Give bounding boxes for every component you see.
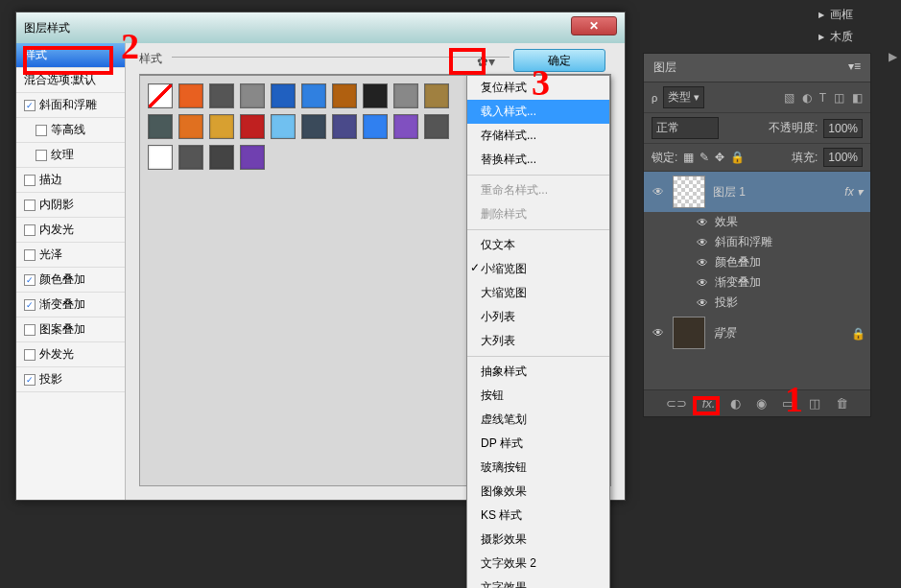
- style-option-0[interactable]: 样式: [16, 43, 125, 68]
- menu-item-10[interactable]: 大缩览图: [467, 281, 609, 305]
- ok-button[interactable]: 确定: [513, 49, 605, 72]
- checkbox[interactable]: [24, 224, 36, 236]
- style-option-9[interactable]: ✓颜色叠加: [16, 268, 125, 293]
- checkbox[interactable]: ✓: [24, 299, 36, 311]
- lock-paint-icon[interactable]: ✎: [699, 151, 709, 164]
- menu-item-18[interactable]: 玻璃按钮: [467, 456, 609, 480]
- filter-shape-icon[interactable]: ◫: [834, 91, 844, 105]
- checkbox[interactable]: ✓: [24, 374, 36, 386]
- fx-shadow[interactable]: 👁投影: [644, 293, 870, 313]
- style-swatch[interactable]: [363, 114, 388, 139]
- style-swatch[interactable]: [271, 83, 296, 108]
- checkbox[interactable]: [24, 175, 36, 186]
- checkbox[interactable]: [36, 150, 47, 161]
- mask-icon[interactable]: ◐: [730, 396, 741, 411]
- lock-position-icon[interactable]: ✥: [715, 151, 724, 164]
- menu-item-21[interactable]: 摄影效果: [467, 528, 609, 552]
- adjust-icon[interactable]: ◉: [756, 396, 767, 411]
- menu-item-0[interactable]: 复位样式: [467, 76, 609, 100]
- style-swatch[interactable]: [301, 114, 326, 139]
- style-swatch[interactable]: [178, 145, 203, 170]
- style-swatch[interactable]: [424, 114, 449, 139]
- checkbox[interactable]: [36, 125, 47, 136]
- lock-transparency-icon[interactable]: ▦: [683, 151, 694, 164]
- filter-adjust-icon[interactable]: ◐: [802, 91, 812, 105]
- menu-item-2[interactable]: 存储样式...: [467, 124, 609, 148]
- style-swatch[interactable]: [301, 83, 326, 108]
- style-option-2[interactable]: ✓斜面和浮雕: [16, 93, 125, 118]
- play-icon[interactable]: ▶: [889, 50, 897, 63]
- style-option-12[interactable]: 外发光: [16, 342, 125, 367]
- style-option-8[interactable]: 光泽: [16, 243, 125, 268]
- filter-text-icon[interactable]: T: [819, 91, 826, 105]
- style-swatch[interactable]: [393, 114, 418, 139]
- style-swatch[interactable]: [332, 114, 357, 139]
- filter-image-icon[interactable]: ▧: [784, 91, 794, 105]
- fx-bevel[interactable]: 👁斜面和浮雕: [644, 232, 870, 252]
- new-layer-icon[interactable]: ◫: [809, 396, 820, 411]
- fill-value[interactable]: 100%: [823, 148, 863, 167]
- menu-item-9[interactable]: 小缩览图: [467, 257, 609, 281]
- menu-item-19[interactable]: 图像效果: [467, 480, 609, 504]
- visibility-icon[interactable]: 👁: [652, 185, 665, 199]
- layer-row-bg[interactable]: 👁 背景 🔒: [644, 313, 870, 353]
- menu-item-11[interactable]: 小列表: [467, 305, 609, 329]
- checkbox[interactable]: [24, 200, 36, 211]
- menu-item-1[interactable]: 载入样式...: [467, 100, 609, 124]
- checkbox[interactable]: [24, 249, 36, 261]
- menu-item-15[interactable]: 按钮: [467, 384, 609, 408]
- frame-item[interactable]: ▶画框: [818, 4, 897, 26]
- style-swatch[interactable]: [148, 114, 173, 139]
- style-swatch[interactable]: [240, 83, 265, 108]
- style-swatch[interactable]: [148, 83, 173, 108]
- checkbox[interactable]: ✓: [24, 100, 36, 111]
- panel-menu-icon[interactable]: ▾≡: [848, 59, 861, 76]
- style-option-10[interactable]: ✓渐变叠加: [16, 293, 125, 318]
- style-swatch[interactable]: [209, 145, 234, 170]
- checkbox[interactable]: ✓: [24, 274, 36, 286]
- menu-item-16[interactable]: 虚线笔划: [467, 408, 609, 432]
- menu-item-3[interactable]: 替换样式...: [467, 148, 609, 172]
- style-option-5[interactable]: 描边: [16, 168, 125, 193]
- style-swatch[interactable]: [240, 114, 265, 139]
- style-swatch[interactable]: [240, 145, 265, 170]
- wood-item[interactable]: ▶木质: [818, 26, 897, 48]
- style-swatch[interactable]: [178, 114, 203, 139]
- menu-item-12[interactable]: 大列表: [467, 329, 609, 353]
- visibility-icon[interactable]: 👁: [652, 326, 665, 340]
- style-swatch[interactable]: [424, 83, 449, 108]
- trash-icon[interactable]: 🗑: [836, 396, 848, 411]
- fx-grad[interactable]: 👁渐变叠加: [644, 272, 870, 293]
- layer-thumbnail[interactable]: [673, 317, 705, 349]
- titlebar[interactable]: 图层样式 ✕: [16, 12, 625, 43]
- fx-color[interactable]: 👁颜色叠加: [644, 252, 870, 272]
- style-option-13[interactable]: ✓投影: [16, 367, 125, 392]
- style-option-6[interactable]: 内阴影: [16, 193, 125, 218]
- style-option-3[interactable]: 等高线: [16, 118, 125, 143]
- layers-tab[interactable]: 图层 ▾≡: [644, 54, 870, 82]
- menu-item-8[interactable]: 仅文本: [467, 233, 609, 257]
- style-swatch[interactable]: [148, 145, 173, 170]
- style-swatch[interactable]: [209, 114, 234, 139]
- close-button[interactable]: ✕: [571, 16, 617, 35]
- menu-item-20[interactable]: KS 样式: [467, 504, 609, 528]
- fx-header[interactable]: 👁效果: [644, 212, 870, 232]
- style-swatch[interactable]: [209, 83, 234, 108]
- layer-thumbnail[interactable]: [673, 176, 705, 208]
- style-swatch[interactable]: [393, 83, 418, 108]
- style-option-1[interactable]: 混合选项:默认: [16, 68, 125, 93]
- menu-item-23[interactable]: 文字效果: [467, 576, 609, 588]
- gear-button[interactable]: ✿▾: [471, 53, 500, 70]
- style-option-11[interactable]: 图案叠加: [16, 318, 125, 342]
- lock-all-icon[interactable]: 🔒: [730, 151, 745, 164]
- layer-row-1[interactable]: 👁 图层 1 fx ▾: [644, 172, 870, 212]
- style-option-4[interactable]: 纹理: [16, 143, 125, 168]
- opacity-value[interactable]: 100%: [823, 119, 863, 138]
- filter-type[interactable]: 类型 ▾: [663, 86, 704, 108]
- link-icon[interactable]: ⊂⊃: [666, 396, 687, 411]
- style-swatch[interactable]: [363, 83, 388, 108]
- menu-item-14[interactable]: 抽象样式: [467, 360, 609, 384]
- menu-item-17[interactable]: DP 样式: [467, 432, 609, 456]
- folder-icon[interactable]: ▭: [782, 396, 794, 411]
- style-swatch[interactable]: [271, 114, 296, 139]
